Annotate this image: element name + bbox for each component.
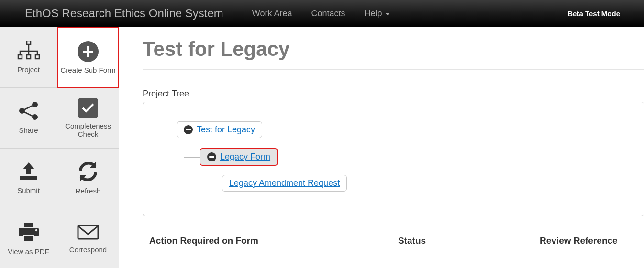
project-tree-panel: Test for Legacy Legacy Form Legacy Amend… (143, 102, 644, 216)
nav-contacts[interactable]: Contacts (311, 9, 345, 19)
collapse-icon[interactable] (184, 125, 193, 134)
tool-create-sub-form-label: Create Sub Form (60, 66, 115, 74)
svg-rect-10 (23, 235, 34, 241)
col-review: Review Reference (540, 236, 644, 246)
tool-share[interactable]: Share (0, 88, 57, 149)
tool-view-pdf[interactable]: View as PDF (0, 209, 57, 268)
svg-rect-2 (27, 55, 31, 59)
brand-title[interactable]: EthOS Research Ethics Online System (25, 7, 223, 20)
tool-completeness-check-label: Completeness Check (59, 122, 117, 139)
tree-node-legacy-form[interactable]: Legacy Form (200, 148, 278, 166)
tool-submit-label: Submit (17, 186, 40, 194)
check-icon (78, 98, 98, 118)
collapse-icon[interactable] (207, 152, 216, 161)
title-divider (143, 69, 644, 70)
svg-rect-7 (20, 176, 37, 180)
top-navbar: EthOS Research Ethics Online System Work… (0, 0, 644, 27)
main-layout: Project Create Sub Form Share Completene… (0, 27, 644, 268)
svg-rect-3 (35, 55, 39, 59)
tool-view-pdf-label: View as PDF (8, 247, 49, 256)
hierarchy-icon (17, 41, 40, 62)
refresh-icon (78, 162, 99, 183)
svg-rect-0 (27, 41, 31, 44)
svg-point-6 (32, 114, 38, 120)
tool-refresh[interactable]: Refresh (57, 149, 119, 209)
tool-project-label: Project (17, 65, 40, 74)
share-icon (18, 101, 40, 122)
sidebar: Project Create Sub Form Share Completene… (0, 27, 119, 268)
page-title: Test for Legacy (143, 38, 644, 61)
tree-node-amendment[interactable]: Legacy Amendment Request (222, 175, 347, 192)
tree-node-root[interactable]: Test for Legacy (177, 121, 262, 138)
tool-project[interactable]: Project (0, 27, 57, 88)
upload-icon (18, 162, 39, 182)
tool-completeness-check[interactable]: Completeness Check (57, 88, 119, 149)
tool-share-label: Share (19, 126, 38, 134)
svg-point-11 (35, 229, 37, 231)
tool-create-sub-form[interactable]: Create Sub Form (57, 27, 119, 88)
col-status: Status (398, 236, 540, 246)
svg-point-4 (19, 108, 25, 114)
tree-node-root-link[interactable]: Test for Legacy (197, 125, 255, 135)
svg-rect-1 (18, 55, 22, 59)
nav-links: Work Area Contacts Help (252, 9, 390, 19)
tool-correspond[interactable]: Correspond (57, 209, 119, 268)
tool-correspond-label: Correspond (69, 246, 107, 254)
chevron-down-icon (385, 13, 390, 15)
nav-help-label: Help (365, 9, 382, 19)
printer-icon (18, 223, 40, 244)
tool-refresh-label: Refresh (76, 187, 101, 195)
svg-rect-8 (24, 223, 33, 227)
svg-rect-12 (78, 225, 98, 239)
content-area: Test for Legacy Project Tree Test for Le… (119, 27, 644, 268)
tree-section-label: Project Tree (143, 89, 644, 99)
nav-help[interactable]: Help (365, 9, 390, 19)
mail-icon (77, 225, 99, 242)
svg-point-5 (32, 102, 38, 107)
tool-submit[interactable]: Submit (0, 149, 57, 209)
mode-indicator: Beta Test Mode (567, 10, 620, 18)
columns-header: Action Required on Form Status Review Re… (143, 236, 644, 246)
tree-connector (184, 139, 200, 158)
tree-node-amendment-link[interactable]: Legacy Amendment Request (229, 178, 340, 188)
col-action: Action Required on Form (149, 236, 398, 246)
tree-connector (207, 166, 222, 184)
tree-node-legacy-form-link[interactable]: Legacy Form (220, 152, 270, 162)
plus-circle-icon (78, 41, 99, 62)
nav-work-area[interactable]: Work Area (252, 9, 292, 19)
